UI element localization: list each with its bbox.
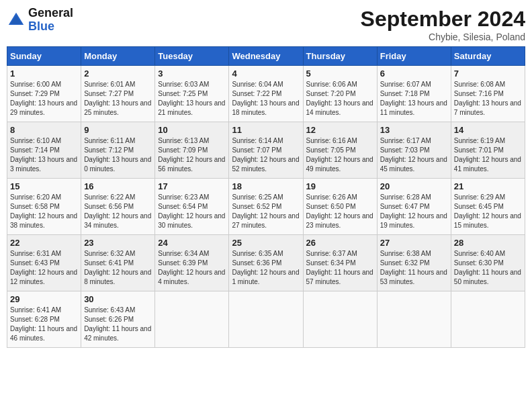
calendar-cell: 13Sunrise: 6:17 AMSunset: 7:03 PMDayligh… [377,122,451,179]
day-number: 20 [380,181,448,191]
day-number: 7 [454,68,522,79]
location-subtitle: Chybie, Silesia, Poland [361,32,525,42]
calendar-cell: 7Sunrise: 6:08 AMSunset: 7:16 PMDaylight… [451,66,525,122]
day-number: 19 [306,181,374,191]
calendar-cell: 5Sunrise: 6:06 AMSunset: 7:20 PMDaylight… [303,66,377,122]
calendar-cell [377,291,451,348]
calendar-cell: 23Sunrise: 6:32 AMSunset: 6:41 PMDayligh… [81,235,155,291]
calendar-cell [229,291,303,348]
day-number: 2 [84,68,152,79]
calendar-week-row: 1Sunrise: 6:00 AMSunset: 7:29 PMDaylight… [7,66,525,122]
logo-text: GeneralBlue [28,7,73,34]
calendar-cell: 4Sunrise: 6:04 AMSunset: 7:22 PMDaylight… [229,66,303,122]
day-number: 28 [454,238,522,248]
day-number: 22 [10,238,78,248]
day-number: 17 [158,181,226,191]
calendar-table: SundayMondayTuesdayWednesdayThursdayFrid… [7,46,525,348]
day-number: 26 [306,238,374,248]
day-number: 9 [84,125,152,135]
calendar-cell: 6Sunrise: 6:07 AMSunset: 7:18 PMDaylight… [377,66,451,122]
header-day-monday: Monday [81,47,155,66]
calendar-cell: 9Sunrise: 6:11 AMSunset: 7:12 PMDaylight… [81,122,155,179]
calendar-cell: 2Sunrise: 6:01 AMSunset: 7:27 PMDaylight… [81,66,155,122]
calendar-cell: 25Sunrise: 6:35 AMSunset: 6:36 PMDayligh… [229,235,303,291]
day-number: 18 [232,181,300,191]
header-day-tuesday: Tuesday [155,47,229,66]
cell-details: Sunrise: 6:43 AMSunset: 6:26 PMDaylight:… [84,306,152,343]
cell-details: Sunrise: 6:04 AMSunset: 7:22 PMDaylight:… [232,80,300,118]
header-day-wednesday: Wednesday [229,47,303,66]
cell-details: Sunrise: 6:00 AMSunset: 7:29 PMDaylight:… [10,80,78,118]
day-number: 29 [10,294,78,304]
calendar-cell: 15Sunrise: 6:20 AMSunset: 6:58 PMDayligh… [7,179,81,235]
calendar-cell: 18Sunrise: 6:25 AMSunset: 6:52 PMDayligh… [229,179,303,235]
day-number: 16 [84,181,152,191]
calendar-cell: 22Sunrise: 6:31 AMSunset: 6:43 PMDayligh… [7,235,81,291]
cell-details: Sunrise: 6:17 AMSunset: 7:03 PMDaylight:… [380,136,448,174]
day-number: 21 [454,181,522,191]
header-day-sunday: Sunday [7,47,81,66]
calendar-week-row: 15Sunrise: 6:20 AMSunset: 6:58 PMDayligh… [7,179,525,235]
day-number: 25 [232,238,300,248]
page-header: GeneralBlue September 2024 Chybie, Siles… [7,7,525,42]
calendar-cell: 10Sunrise: 6:13 AMSunset: 7:09 PMDayligh… [155,122,229,179]
calendar-cell: 29Sunrise: 6:41 AMSunset: 6:28 PMDayligh… [7,291,81,348]
cell-details: Sunrise: 6:23 AMSunset: 6:54 PMDaylight:… [158,193,226,230]
cell-details: Sunrise: 6:22 AMSunset: 6:56 PMDaylight:… [84,193,152,230]
cell-details: Sunrise: 6:40 AMSunset: 6:30 PMDaylight:… [454,249,522,287]
day-number: 12 [306,125,374,135]
title-section: September 2024 Chybie, Silesia, Poland [361,7,525,42]
cell-details: Sunrise: 6:13 AMSunset: 7:09 PMDaylight:… [158,136,226,174]
day-number: 23 [84,238,152,248]
cell-details: Sunrise: 6:26 AMSunset: 6:50 PMDaylight:… [306,193,374,230]
day-number: 14 [454,125,522,135]
day-number: 6 [380,68,448,79]
calendar-cell: 19Sunrise: 6:26 AMSunset: 6:50 PMDayligh… [303,179,377,235]
cell-details: Sunrise: 6:07 AMSunset: 7:18 PMDaylight:… [380,80,448,118]
calendar-cell: 1Sunrise: 6:00 AMSunset: 7:29 PMDaylight… [7,66,81,122]
cell-details: Sunrise: 6:32 AMSunset: 6:41 PMDaylight:… [84,249,152,287]
cell-details: Sunrise: 6:35 AMSunset: 6:36 PMDaylight:… [232,249,300,287]
calendar-cell: 30Sunrise: 6:43 AMSunset: 6:26 PMDayligh… [81,291,155,348]
header-day-thursday: Thursday [303,47,377,66]
month-title: September 2024 [361,7,525,32]
calendar-week-row: 29Sunrise: 6:41 AMSunset: 6:28 PMDayligh… [7,291,525,348]
cell-details: Sunrise: 6:16 AMSunset: 7:05 PMDaylight:… [306,136,374,174]
day-number: 4 [232,68,300,79]
calendar-cell [451,291,525,348]
calendar-cell: 16Sunrise: 6:22 AMSunset: 6:56 PMDayligh… [81,179,155,235]
calendar-cell: 8Sunrise: 6:10 AMSunset: 7:14 PMDaylight… [7,122,81,179]
calendar-cell: 11Sunrise: 6:14 AMSunset: 7:07 PMDayligh… [229,122,303,179]
day-number: 30 [84,294,152,304]
day-number: 11 [232,125,300,135]
cell-details: Sunrise: 6:37 AMSunset: 6:34 PMDaylight:… [306,249,374,287]
day-number: 13 [380,125,448,135]
cell-details: Sunrise: 6:06 AMSunset: 7:20 PMDaylight:… [306,80,374,118]
day-number: 8 [10,125,78,135]
day-number: 1 [10,68,78,79]
cell-details: Sunrise: 6:08 AMSunset: 7:16 PMDaylight:… [454,80,522,118]
calendar-header-row: SundayMondayTuesdayWednesdayThursdayFrid… [7,47,525,66]
cell-details: Sunrise: 6:20 AMSunset: 6:58 PMDaylight:… [10,193,78,230]
header-day-saturday: Saturday [451,47,525,66]
cell-details: Sunrise: 6:41 AMSunset: 6:28 PMDaylight:… [10,306,78,343]
calendar-cell: 27Sunrise: 6:38 AMSunset: 6:32 PMDayligh… [377,235,451,291]
day-number: 24 [158,238,226,248]
day-number: 3 [158,68,226,79]
cell-details: Sunrise: 6:03 AMSunset: 7:25 PMDaylight:… [158,80,226,118]
calendar-cell: 20Sunrise: 6:28 AMSunset: 6:47 PMDayligh… [377,179,451,235]
cell-details: Sunrise: 6:31 AMSunset: 6:43 PMDaylight:… [10,249,78,287]
day-number: 10 [158,125,226,135]
calendar-cell: 17Sunrise: 6:23 AMSunset: 6:54 PMDayligh… [155,179,229,235]
calendar-cell: 28Sunrise: 6:40 AMSunset: 6:30 PMDayligh… [451,235,525,291]
calendar-cell [155,291,229,348]
cell-details: Sunrise: 6:34 AMSunset: 6:39 PMDaylight:… [158,249,226,287]
calendar-cell: 21Sunrise: 6:29 AMSunset: 6:45 PMDayligh… [451,179,525,235]
logo-icon [7,11,26,30]
cell-details: Sunrise: 6:28 AMSunset: 6:47 PMDaylight:… [380,193,448,230]
cell-details: Sunrise: 6:25 AMSunset: 6:52 PMDaylight:… [232,193,300,230]
day-number: 15 [10,181,78,191]
day-number: 5 [306,68,374,79]
calendar-cell: 26Sunrise: 6:37 AMSunset: 6:34 PMDayligh… [303,235,377,291]
day-number: 27 [380,238,448,248]
